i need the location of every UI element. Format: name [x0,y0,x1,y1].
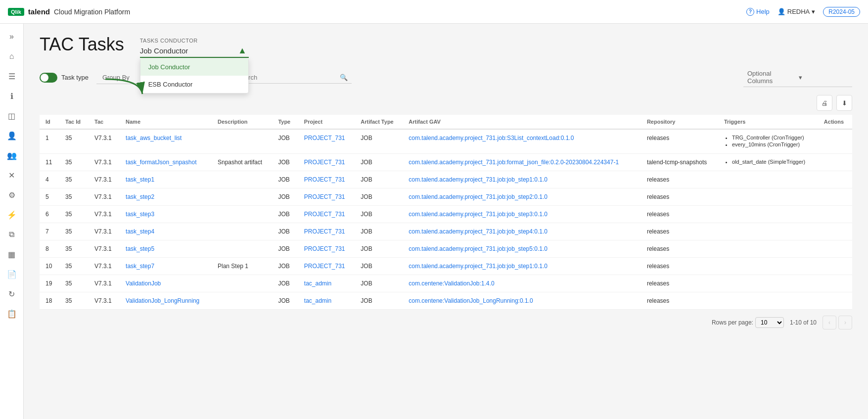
project-link[interactable]: PROJECT_731 [304,159,345,166]
print-button[interactable]: 🖨 [817,95,832,111]
sidebar-clipboard-icon[interactable]: 📋 [3,305,21,323]
cell-triggers: TRG_Controller (CronTrigger)every_10mins… [718,129,818,154]
cell-name[interactable]: ValidationJob [120,275,212,292]
cell-triggers [718,171,818,188]
cell-project: PROJECT_731 [298,188,355,206]
cell-repository: releases [641,240,718,258]
artifact-gav-link[interactable]: com.talend.academy.project_731.job:job_s… [409,176,548,183]
artifact-gav-link[interactable]: com.talend.academy.project_731.job:job_s… [409,193,548,200]
project-link[interactable]: PROJECT_731 [304,135,345,141]
download-button[interactable]: ⬇ [836,95,852,111]
artifact-gav-link[interactable]: com.centene:ValidationJob_LongRunning:0.… [409,297,533,304]
cell-name[interactable]: task_step5 [120,240,212,258]
task-name-link[interactable]: task_step5 [126,245,154,252]
search-input[interactable] [237,74,338,81]
sidebar-info-icon[interactable]: ℹ [3,87,21,105]
artifact-gav-link[interactable]: com.talend.academy.project_731.job:forma… [409,159,619,166]
cell-project: PROJECT_731 [298,223,355,240]
artifact-gav-link[interactable]: com.centene:ValidationJob:1.4.0 [409,280,494,287]
pagination-nav: ‹ › [822,316,852,329]
artifact-gav-link[interactable]: com.talend.academy.project_731.job:S3Lis… [409,135,574,141]
table-header: Id Tac Id Tac Name Description Type Proj… [40,115,852,129]
artifact-gav-link[interactable]: com.talend.academy.project_731.job:job_s… [409,211,548,218]
artifact-gav-link[interactable]: com.talend.academy.project_731.job:job_s… [409,263,548,270]
cell-artifact-type: JOB [355,154,403,171]
cell-repository: releases [641,188,718,206]
project-link[interactable]: PROJECT_731 [304,176,345,183]
project-link[interactable]: PROJECT_731 [304,228,345,235]
conductor-label: Tasks Conductor [140,38,249,44]
table-row: 18 35 V7.3.1 ValidationJob_LongRunning J… [40,292,852,310]
task-name-link[interactable]: task_formatJson_snpashot [126,159,196,166]
task-name-link[interactable]: task_step2 [126,193,154,200]
prev-page-button[interactable]: ‹ [822,316,836,329]
cell-name[interactable]: task_step3 [120,206,212,223]
sidebar-layers-icon[interactable]: ⧉ [3,226,21,243]
conductor-option-job[interactable]: Job Conductor [140,58,248,76]
artifact-gav-link[interactable]: com.talend.academy.project_731.job:job_s… [409,228,548,235]
cell-id: 19 [40,275,59,292]
conductor-selected-value: Job Conductor [140,47,188,55]
project-link[interactable]: PROJECT_731 [304,245,345,252]
col-header-actions: Actions [818,115,852,129]
cell-artifact-type: JOB [355,223,403,240]
sidebar-tasks-icon[interactable]: ☰ [3,67,21,85]
optional-columns-label: Optional Columns [747,70,797,85]
project-link[interactable]: tac_admin [304,280,331,287]
cell-tac: V7.3.1 [89,171,120,188]
table-row: 5 35 V7.3.1 task_step2 JOB PROJECT_731 J… [40,188,852,206]
cell-description [212,275,272,292]
sidebar-settings-icon[interactable]: ⚙ [3,186,21,204]
task-name-link[interactable]: task_step4 [126,228,154,235]
task-type-label: Task type [61,74,89,81]
help-button[interactable]: ? Help [746,8,770,16]
sidebar-refresh-icon[interactable]: ↻ [3,285,21,303]
cell-name[interactable]: ValidationJob_LongRunning [120,292,212,310]
sidebar-tools-icon[interactable]: ✕ [3,166,21,184]
cell-artifact-gav: com.talend.academy.project_731.job:job_s… [403,188,641,206]
rows-per-page-select[interactable]: 10 5 25 50 [755,317,784,328]
sidebar-user-icon[interactable]: 👤 [3,127,21,144]
project-link[interactable]: PROJECT_731 [304,193,345,200]
task-name-link[interactable]: task_step3 [126,211,154,218]
sidebar-home-icon[interactable]: ⌂ [3,47,21,65]
cell-name[interactable]: task_step1 [120,171,212,188]
cell-tac: V7.3.1 [89,258,120,275]
cell-artifact-gav: com.centene:ValidationJob_LongRunning:0.… [403,292,641,310]
version-badge[interactable]: R2024-05 [823,7,860,17]
cell-name[interactable]: task_formatJson_snpashot [120,154,212,171]
task-name-link[interactable]: task_aws_bucket_list [126,135,182,141]
task-name-link[interactable]: task_step1 [126,176,154,183]
cell-name[interactable]: task_aws_bucket_list [120,129,212,154]
task-name-link[interactable]: ValidationJob_LongRunning [126,297,199,304]
col-header-project: Project [298,115,355,129]
top-nav-right: ? Help 👤 REDHA ▾ R2024-05 [746,7,860,17]
task-name-link[interactable]: ValidationJob [126,280,161,287]
cell-name[interactable]: task_step7 [120,258,212,275]
project-link[interactable]: PROJECT_731 [304,263,345,270]
cell-repository: releases [641,258,718,275]
task-type-switch[interactable] [40,73,57,83]
sidebar-grid-icon[interactable]: ▦ [3,245,21,263]
sidebar-bolt-icon[interactable]: ⚡ [3,206,21,224]
cell-project: tac_admin [298,292,355,310]
conductor-option-esb[interactable]: ESB Conductor [140,76,248,93]
sidebar-expand-icon[interactable]: » [3,28,21,46]
sidebar-file-icon[interactable]: 📄 [3,265,21,283]
cell-artifact-gav: com.talend.academy.project_731.job:S3Lis… [403,129,641,154]
cell-type: JOB [272,292,298,310]
top-nav: Qlik talend Cloud Migration Platform ? H… [0,0,868,24]
cell-name[interactable]: task_step2 [120,188,212,206]
cell-name[interactable]: task_step4 [120,223,212,240]
account-icon: 👤 [777,8,785,15]
user-button[interactable]: 👤 REDHA ▾ [777,8,816,15]
project-link[interactable]: tac_admin [304,297,331,304]
sidebar-group-icon[interactable]: 👥 [3,146,21,164]
next-page-button[interactable]: › [838,316,852,329]
artifact-gav-link[interactable]: com.talend.academy.project_731.job:job_s… [409,245,548,252]
sidebar-monitor-icon[interactable]: ◫ [3,107,21,125]
conductor-dropdown-trigger[interactable]: Job Conductor ▲ [140,45,249,58]
project-link[interactable]: PROJECT_731 [304,211,345,218]
task-name-link[interactable]: task_step7 [126,263,154,270]
cell-repository: releases [641,129,718,154]
